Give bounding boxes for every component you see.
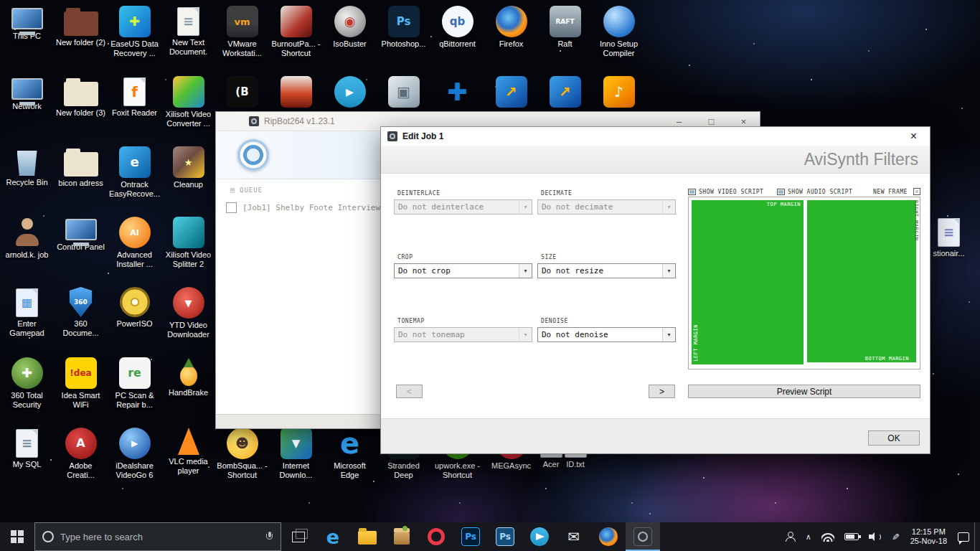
desktop-icon-label: arnold.k. job (0, 250, 54, 260)
control-panel[interactable]: Control Panel (54, 214, 108, 252)
preview-frame-right[interactable]: BOTTOM MARGIN (807, 200, 916, 362)
decimate-select[interactable]: Do not decimate ▾ (537, 199, 676, 215)
cb-app[interactable]: (B (215, 73, 269, 108)
microsoft-edge-shortcut-glyph: e (340, 429, 359, 458)
stock-chart-app[interactable]: ↗ (484, 73, 538, 108)
poweriso[interactable]: PowerISO (108, 284, 161, 329)
xilisoft-video-splitter[interactable]: Xilisoft Video Splitter 2 (161, 214, 215, 269)
tray-clock[interactable]: 12:15 PM 25-Nov-18 (905, 527, 953, 546)
folders-stack[interactable]: ▣ (377, 73, 430, 108)
music-app[interactable]: ♪ (592, 73, 646, 108)
handbrake[interactable]: HandBrake (161, 354, 215, 397)
ontrack-easyrecovery[interactable]: eOntrack EasyRecove... (108, 143, 161, 199)
idea-smart-wifi[interactable]: !deaIdea Smart WiFi (54, 354, 108, 410)
new-text-document[interactable]: ≡New Text Document. (161, 3, 215, 57)
blue-plus-app[interactable]: ✚ (430, 73, 484, 108)
recycle-bin[interactable]: Recycle Bin (0, 143, 54, 187)
jetski-game[interactable] (269, 73, 323, 108)
taskbar-mail[interactable]: ✉ (557, 522, 591, 551)
preview-frame-left[interactable]: TOP MARGIN LEFT MARGIN (692, 200, 804, 364)
foxit-reader[interactable]: fFoxit Reader (108, 73, 161, 118)
taskbar-firefox[interactable] (591, 522, 626, 551)
vlc-media-player[interactable]: VLC media player (161, 425, 215, 476)
preview-script-button[interactable]: Preview Script (688, 385, 920, 398)
deinterlace-select[interactable]: Do not deinterlace ▾ (394, 199, 532, 215)
desktop-icon-label: My SQL (0, 460, 54, 469)
cleanup[interactable]: ★Cleanup (161, 143, 215, 189)
people-button[interactable] (781, 522, 801, 551)
taskbar-photoshop-2[interactable]: Ps (488, 522, 522, 551)
pc-scan-repair[interactable]: rePC Scan & Repair b... (108, 354, 161, 410)
previous-filter-button[interactable]: < (396, 385, 423, 398)
denoise-select[interactable]: Do not denoise ▾ (537, 327, 676, 342)
start-button[interactable] (0, 522, 34, 551)
next-filter-button[interactable]: > (649, 385, 675, 398)
taskbar-search[interactable]: Type here to search (34, 522, 281, 551)
idealshare-videogo[interactable]: ▶iDealshare VideoGo 6 (108, 425, 161, 480)
show-desktop-button[interactable] (974, 522, 979, 551)
task-view-button[interactable] (281, 522, 316, 551)
bicon-adress[interactable]: bicon adress (54, 143, 108, 188)
taskbar-package-app[interactable] (385, 522, 419, 551)
microphone-icon[interactable] (266, 532, 273, 542)
stock-chart-app-2-icon: ↗ (550, 76, 581, 108)
raft[interactable]: RAFTRaft (538, 3, 592, 49)
easeus-data-recovery[interactable]: ✚EaseUS Data Recovery ... (108, 3, 161, 58)
network-button[interactable] (816, 522, 839, 551)
internet-download-manager[interactable]: ▼Internet Downlo... (269, 425, 323, 480)
enter-gamepad[interactable]: ▦Enter Gamepad (0, 284, 54, 338)
qbittorrent[interactable]: qbqBittorrent (430, 3, 484, 49)
show-audio-script-toggle[interactable]: SHOW AUDIO SCRIPT (777, 189, 852, 195)
ok-button[interactable]: OK (868, 430, 920, 446)
this-pc[interactable]: This PC (0, 3, 54, 41)
desktop-icon-label: Inno Setup Compiler (592, 39, 646, 58)
new-frame-control[interactable]: NEW FRAME (873, 189, 908, 195)
battery-button[interactable] (839, 522, 864, 551)
new-frame-box-icon[interactable] (913, 188, 920, 195)
xilisoft-video-converter[interactable]: Xilisoft Video Converter ... (161, 73, 215, 128)
network[interactable]: Network (0, 73, 54, 111)
my-sql[interactable]: ≡My SQL (0, 425, 54, 469)
this-pc-icon (11, 8, 43, 29)
bombsquad[interactable]: ☻BombSqua... - Shortcut (215, 425, 269, 480)
taskbar-telegram[interactable] (522, 522, 557, 551)
360-document-protector[interactable]: 360360 Docume... (54, 284, 108, 338)
crop-select[interactable]: Do not crop ▾ (394, 263, 532, 278)
show-video-script-toggle[interactable]: SHOW VIDEO SCRIPT (688, 189, 763, 195)
microsoft-edge-shortcut[interactable]: eMicrosoft Edge (323, 425, 377, 480)
job-checkbox[interactable] (226, 202, 237, 213)
volume-button[interactable] (864, 522, 887, 551)
new-text-document-icon: ≡ (177, 7, 199, 36)
dialog-close-button[interactable]: × (897, 127, 930, 146)
360-total-security[interactable]: ✚360 Total Security (0, 354, 54, 410)
burnout-paradise[interactable]: BurnoutPa... - Shortcut (269, 3, 323, 58)
adobe-creative[interactable]: AAdobe Creati... (54, 425, 108, 480)
taskbar-file-explorer[interactable] (350, 522, 385, 551)
video-preview-area[interactable]: TOP MARGIN LEFT MARGIN BOTTOM MARGIN RIG… (688, 197, 920, 369)
size-select[interactable]: Do not resize ▾ (537, 263, 676, 278)
stock-chart-app-2[interactable]: ↗ (538, 73, 592, 108)
taskbar-photoshop[interactable]: Ps (453, 522, 488, 551)
telegram-desktop[interactable]: ▶ (323, 73, 377, 108)
taskbar-opera[interactable] (419, 522, 453, 551)
dialog-titlebar[interactable]: Edit Job 1 × (381, 127, 930, 146)
pen-button[interactable]: ✎ (887, 522, 905, 551)
tray-overflow-button[interactable]: ∧ (801, 522, 816, 551)
tonemap-select[interactable]: Do not tonemap ▾ (394, 327, 532, 342)
firefox[interactable]: Firefox (484, 3, 538, 49)
photoshop[interactable]: PsPhotoshop... (377, 3, 430, 49)
advanced-installer[interactable]: AIAdvanced Installer ... (108, 214, 161, 269)
new-folder-2[interactable]: New folder (2) (54, 3, 108, 47)
ytd-video-downloader[interactable]: ▼YTD Video Downloader (161, 284, 215, 339)
top-margin-label: TOP MARGIN (767, 202, 801, 207)
vmware-workstation[interactable]: vmVMware Workstati... (215, 3, 269, 58)
new-folder-3[interactable]: New folder (3) (54, 73, 108, 118)
action-center-button[interactable] (953, 522, 974, 551)
taskbar-microsoft-edge[interactable]: e (316, 522, 350, 551)
arnold-k-job[interactable]: arnold.k. job (0, 214, 54, 260)
taskbar-ripbot264[interactable] (626, 522, 660, 551)
raft-icon: RAFT (550, 6, 581, 37)
desktop-icon-label: New Text Document. (161, 38, 215, 57)
inno-setup-compiler[interactable]: Inno Setup Compiler (592, 3, 646, 58)
isobuster[interactable]: ◉IsoBuster (323, 3, 377, 49)
